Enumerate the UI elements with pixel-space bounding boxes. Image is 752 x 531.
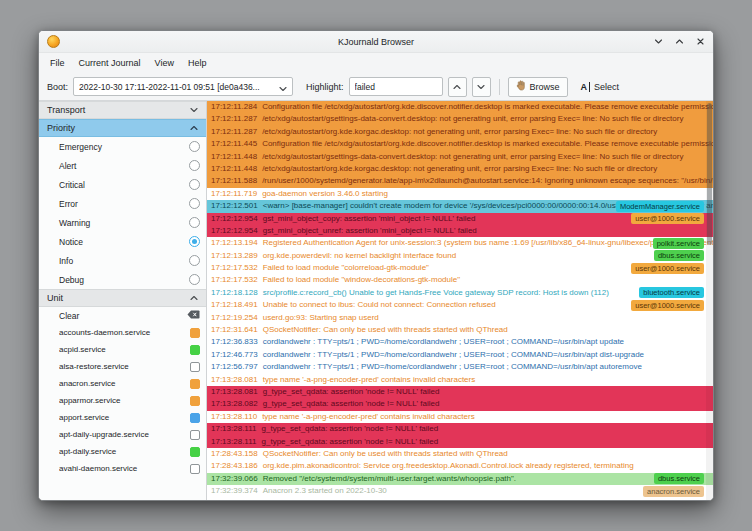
log-row[interactable]: 17:12:11.448/etc/xdg/autostart/org.kde.k… [207,163,713,175]
log-timestamp: 17:12:12.954 [211,226,258,235]
log-timestamp: 17:28:43.186 [211,461,258,470]
log-row[interactable]: 17:12:46.773cordlandwehr : TTY=pts/1 ; P… [207,349,713,361]
priority-item-debug[interactable]: Debug [39,270,206,289]
log-row[interactable]: 17:32:39.374Anacron 2.3 started on 2022-… [207,485,713,497]
section-transport[interactable]: Transport [39,101,206,119]
priority-radio[interactable] [189,255,200,266]
priority-radio[interactable] [189,141,200,152]
log-row[interactable]: 17:12:12.501<warn> [base-manager] couldn… [207,200,713,212]
log-row[interactable]: 17:12:11.448/etc/xdg/autostart/gsettings… [207,151,713,163]
section-priority-label: Priority [47,123,75,133]
log-row[interactable]: 17:12:11.588/run/user/1000/systemd/gener… [207,175,713,187]
unit-label: anacron.service [59,379,186,388]
log-row[interactable]: 17:12:56.797cordlandwehr : TTY=pts/1 ; P… [207,361,713,373]
log-view[interactable]: 17:12:11.284Configuration file /etc/xdg/… [207,101,713,500]
menu-item-current-journal[interactable]: Current Journal [72,55,148,71]
unit-item-accounts-daemon-service[interactable]: accounts-daemon.service [39,324,206,341]
priority-item-error[interactable]: Error [39,194,206,213]
log-row[interactable]: 17:12:18.128src/profile.c:record_cb() Un… [207,287,713,299]
unit-item-avahi-daemon-service[interactable]: avahi-daemon.service [39,460,206,477]
main-content: Transport Priority EmergencyAlertCritica… [39,101,713,500]
unit-item-anacron-service[interactable]: anacron.service [39,375,206,392]
log-row[interactable]: 17:12:17.532Failed to load module "windo… [207,274,713,286]
browse-button[interactable]: Browse [508,77,568,97]
highlight-input[interactable] [349,77,443,96]
log-row[interactable]: 17:12:36.833cordlandwehr : TTY=pts/1 ; P… [207,336,713,348]
unit-item-apport-service[interactable]: apport.service [39,409,206,426]
title-bar[interactable]: KJournald Browser [39,31,713,53]
close-icon[interactable] [695,37,705,47]
log-row[interactable]: 17:13:28.082g_type_set_qdata: assertion … [207,398,713,410]
unit-item-acpid-service[interactable]: acpid.service [39,341,206,358]
log-row[interactable]: 17:12:31.641QSocketNotifier: Can only be… [207,324,713,336]
unit-checkbox[interactable] [190,464,200,474]
log-row[interactable]: 17:12:19.254userd.go:93: Starting snap u… [207,312,713,324]
unit-checkbox[interactable] [190,379,200,389]
boot-label: Boot: [47,82,68,92]
log-row[interactable]: 17:12:11.287/etc/xdg/autostart/org.kde.k… [207,126,713,138]
log-message: /etc/xdg/autostart/gsettings-data-conver… [262,152,683,161]
log-row[interactable]: 17:12:17.532Failed to load module "color… [207,262,713,274]
priority-radio[interactable] [189,179,200,190]
unit-checkbox[interactable] [190,396,200,406]
unit-checkbox[interactable] [190,413,200,423]
maximize-icon[interactable] [674,37,684,47]
log-row[interactable]: 17:28:43.158QSocketNotifier: Can only be… [207,448,713,460]
section-priority[interactable]: Priority [39,119,206,137]
log-row[interactable]: 17:28:43.186org.kde.pim.akonadicontrol: … [207,460,713,472]
menu-item-file[interactable]: File [43,55,72,71]
log-timestamp: 17:12:36.833 [211,337,258,346]
unit-checkbox[interactable] [190,430,200,440]
boot-combobox[interactable]: 2022-10-30 17:11-2022-11-01 09:51 [de0a4… [73,77,293,96]
priority-item-emergency[interactable]: Emergency [39,137,206,156]
unit-checkbox[interactable] [190,328,200,338]
log-timestamp: 17:13:28.111 [211,424,257,433]
log-timestamp: 17:13:28.081 [211,375,258,384]
log-row[interactable]: 17:12:12.954gst_mini_object_copy: assert… [207,213,713,225]
priority-item-critical[interactable]: Critical [39,175,206,194]
highlight-next-button[interactable] [472,77,491,97]
log-row[interactable]: 17:12:13.289org.kde.powerdevil: no kerne… [207,250,713,262]
unit-item-apparmor-service[interactable]: apparmor.service [39,392,206,409]
log-row[interactable]: 17:12:11.284Configuration file /etc/xdg/… [207,101,713,113]
unit-item-apt-daily-service[interactable]: apt-daily.service [39,443,206,460]
log-row[interactable]: 17:32:39.066Removed "/etc/systemd/system… [207,473,713,485]
unit-item-alsa-restore-service[interactable]: alsa-restore.service [39,358,206,375]
priority-radio[interactable] [189,274,200,285]
log-row[interactable]: 17:12:11.719goa-daemon version 3.46.0 st… [207,188,713,200]
unit-item-apt-daily-upgrade-service[interactable]: apt-daily-upgrade.service [39,426,206,443]
priority-radio[interactable] [189,217,200,228]
priority-item-warning[interactable]: Warning [39,213,206,232]
log-message: /etc/xdg/autostart/org.kde.korgac.deskto… [262,164,657,173]
log-scrollbar[interactable] [706,101,713,500]
scrollbar-thumb[interactable] [707,103,712,245]
unit-checkbox[interactable] [190,447,200,457]
log-row[interactable]: 17:13:28.081g_type_set_qdata: assertion … [207,386,713,398]
priority-radio[interactable] [189,236,200,247]
unit-clear-button[interactable]: Clear [39,307,206,324]
log-row[interactable]: 17:13:28.081type name '-a-png-encoder-pr… [207,374,713,386]
minimize-icon[interactable] [653,37,663,47]
log-row[interactable]: 17:12:12.954gst_mini_object_unref: asser… [207,225,713,237]
unit-checkbox[interactable] [190,362,200,372]
priority-item-info[interactable]: Info [39,251,206,270]
log-row[interactable]: 17:13:28.111g_type_set_qdata: assertion … [207,423,713,435]
menu-item-view[interactable]: View [148,55,181,71]
select-button[interactable]: A Select [573,77,628,97]
log-row[interactable]: 17:12:11.445Configuration file /etc/xdg/… [207,138,713,150]
log-message: cordlandwehr : TTY=pts/1 ; PWD=/home/cor… [263,362,642,371]
log-row[interactable]: 17:12:13.194Registered Authentication Ag… [207,237,713,249]
log-row[interactable]: 17:13:28.111g_type_set_qdata: assertion … [207,436,713,448]
priority-radio[interactable] [189,198,200,209]
log-row[interactable]: 17:13:28.110type name '-a-png-encoder-pr… [207,411,713,423]
priority-item-alert[interactable]: Alert [39,156,206,175]
menu-item-help[interactable]: Help [181,55,214,71]
log-row[interactable]: 17:12:18.491Unable to connect to ibus: C… [207,299,713,311]
priority-item-notice[interactable]: Notice [39,232,206,251]
unit-checkbox[interactable] [190,345,200,355]
highlight-previous-button[interactable] [448,77,467,97]
section-unit[interactable]: Unit [39,289,206,307]
log-timestamp: 17:13:28.082 [211,399,258,408]
log-row[interactable]: 17:12:11.287/etc/xdg/autostart/gsettings… [207,113,713,125]
priority-radio[interactable] [189,160,200,171]
